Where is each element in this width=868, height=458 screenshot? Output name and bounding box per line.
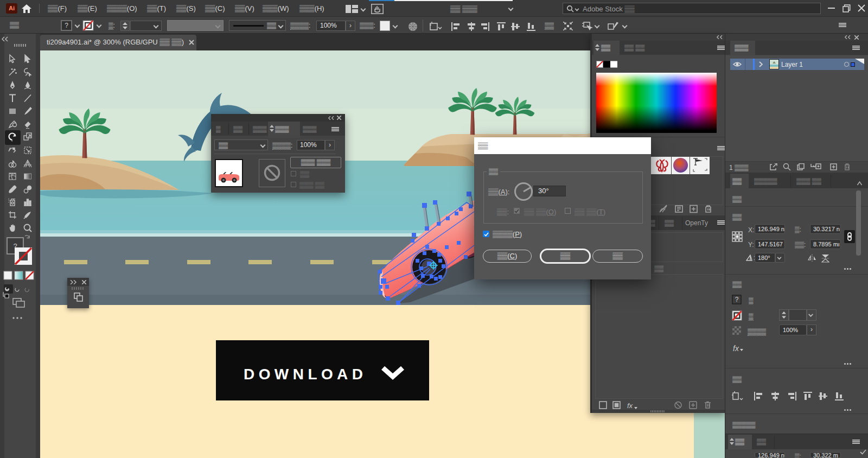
svg-text:DOWNLOAD: DOWNLOAD [244,366,363,383]
svg-text:fx: fx [627,402,633,410]
